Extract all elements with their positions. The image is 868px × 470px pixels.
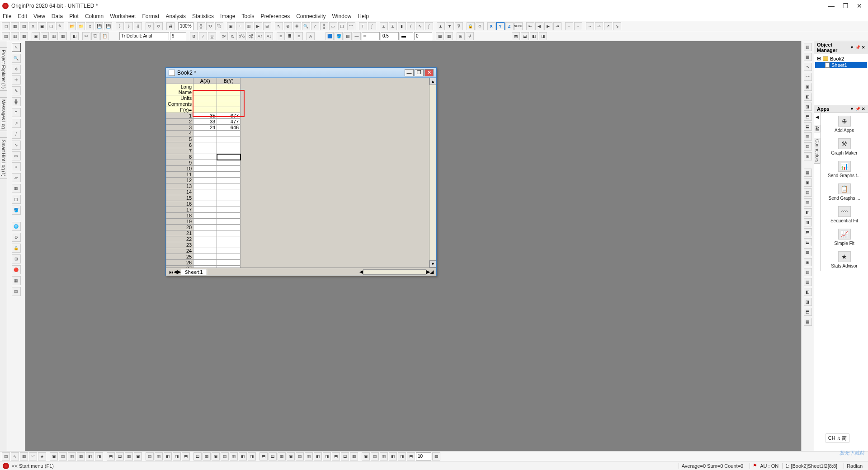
curve-tool-icon[interactable]: ∿ [12,141,21,150]
line-style-icon[interactable]: — [353,32,361,40]
new-graph-icon[interactable]: ▣ [38,22,46,30]
arrow-tool-icon[interactable]: ↗ [12,119,21,128]
import-single-icon[interactable]: ⇓ [125,22,133,30]
region-tool-icon[interactable]: ▦ [12,184,21,193]
bt23-icon[interactable]: ▣ [212,452,220,461]
cell-B-14[interactable] [217,189,241,195]
r9-icon[interactable]: ⬓ [804,122,812,131]
mask-icon[interactable]: ◫ [338,22,346,30]
bt29-icon[interactable]: ⬓ [269,452,277,461]
r12-icon[interactable]: ⊞ [804,152,812,160]
cut-icon[interactable]: ✂ [82,32,90,40]
cell-A-16[interactable] [193,201,217,207]
ws-h-scroll-left-icon[interactable]: ◀ [359,269,363,275]
r16-icon[interactable]: ▥ [804,198,812,207]
bt22-icon[interactable]: ▦ [203,452,211,461]
bt35-icon[interactable]: ◨ [323,452,331,461]
cell-B-10[interactable] [217,166,241,172]
dock1-icon[interactable]: ⬒ [512,32,520,40]
cell-A-15[interactable] [193,195,217,201]
mask-tool-icon[interactable]: ⊘ [12,233,21,242]
worksheet-titlebar[interactable]: Book2 * — ❐ ✕ [166,68,436,78]
merge-icon[interactable]: ⊞ [457,32,465,40]
bt12-icon[interactable]: ⬒ [107,452,115,461]
lock-icon[interactable]: 🔒 [467,22,475,30]
wrap-icon[interactable]: ↲ [466,32,474,40]
r11-icon[interactable]: ▤ [804,142,812,150]
next-icon[interactable]: ▶ [544,22,552,30]
supsub-icon[interactable]: x½ [238,32,246,40]
ctrl4-icon[interactable]: ▣ [32,32,40,40]
bt6-icon[interactable]: ▣ [50,452,58,461]
rect-tool-icon[interactable]: ▭ [12,151,21,160]
r7-icon[interactable]: ◨ [804,103,812,111]
circle-tool-icon[interactable]: ○ [12,162,21,171]
tab-nav-next-icon[interactable]: ▶ [177,269,181,275]
bt43-icon[interactable]: ◨ [398,452,406,461]
row-header-22[interactable]: 22 [166,236,193,242]
pointer-icon[interactable]: ↖ [275,22,283,30]
cell-A-17[interactable] [193,207,217,213]
bt10-icon[interactable]: ◧ [86,452,94,461]
text-tool-icon[interactable]: T [12,108,21,117]
bt2-icon[interactable]: ∿ [11,452,19,461]
bt19-icon[interactable]: ◨ [173,452,181,461]
bt16-icon[interactable]: ▤ [146,452,154,461]
sub-icon[interactable]: x₂ [229,32,237,40]
cell-B-20[interactable] [217,225,241,230]
bt38-icon[interactable]: ▦ [350,452,358,461]
menu-edit[interactable]: Edit [18,13,27,19]
object-manager-tree[interactable]: ⊟ Book2 Sheet1 [814,54,868,69]
new-workbook-icon[interactable]: ▦ [11,22,19,30]
menu-analysis[interactable]: Analysis [165,13,186,19]
bottom-combo[interactable]: 10 [416,452,431,461]
row-stat-icon[interactable]: Σ [389,22,397,30]
ws-maximize-button[interactable]: ❐ [415,69,424,76]
move-right-icon[interactable]: → [574,22,582,30]
zoom-tool-icon[interactable]: 🔍 [12,54,21,63]
bt4-icon[interactable]: 〰 [29,452,37,461]
scroll-down-icon[interactable]: ▼ [429,260,436,268]
row-header-17[interactable]: 17 [166,207,193,213]
sort-desc-icon[interactable]: ▼ [446,22,454,30]
cell-A-12[interactable] [193,178,217,183]
om-pin-icon[interactable]: 📌 [855,45,860,50]
linear-fit-icon[interactable]: / [407,22,415,30]
data-cursor-icon[interactable]: ╬ [12,97,21,106]
font-size-combo[interactable]: 9 [170,32,186,40]
bt1-icon[interactable]: ▤ [2,452,10,461]
z-col-icon[interactable]: Z [505,22,514,30]
bt24-icon[interactable]: ▤ [221,452,229,461]
new-notes-icon[interactable]: ✎ [56,22,64,30]
om-dropdown-icon[interactable]: ▼ [850,45,854,50]
apps-dropdown-icon[interactable]: ▼ [850,107,854,111]
menu-help[interactable]: Help [358,13,369,19]
arrow1-icon[interactable]: → [586,22,594,30]
cell-B-1[interactable]: 677 [217,113,241,119]
bt18-icon[interactable]: ◧ [164,452,172,461]
anno-tool-icon[interactable]: ✎ [12,86,21,95]
bt7-icon[interactable]: ▤ [59,452,67,461]
selection-icon[interactable]: ▭ [329,22,337,30]
row-header-12[interactable]: 12 [166,178,193,183]
x-col-icon[interactable]: X [487,22,495,30]
world-icon[interactable]: 🌐 [12,222,21,231]
bt30-icon[interactable]: ▦ [278,452,286,461]
cell-A-4[interactable] [193,131,217,136]
italic-icon[interactable]: I [199,32,207,40]
table-tool-icon[interactable]: ▦ [12,276,21,285]
bold-icon[interactable]: B [190,32,198,40]
dock3-icon[interactable]: ◧ [530,32,538,40]
bt13-icon[interactable]: ⬓ [116,452,124,461]
meta-row-Units[interactable]: Units [166,95,193,101]
apps-close-icon[interactable]: ✕ [862,107,865,111]
dock2-icon[interactable]: ⬓ [521,32,529,40]
save-icon[interactable]: 💾 [95,22,103,30]
sigmoidal-icon[interactable]: ∫ [425,22,433,30]
table-style-icon[interactable]: ▦ [445,32,453,40]
cell-B-16[interactable] [217,201,241,207]
line-style-combo[interactable]: ━ [362,32,380,40]
code-builder-icon[interactable]: {} [197,22,205,30]
greek-icon[interactable]: αβ [247,32,255,40]
bt40-icon[interactable]: ▤ [371,452,379,461]
